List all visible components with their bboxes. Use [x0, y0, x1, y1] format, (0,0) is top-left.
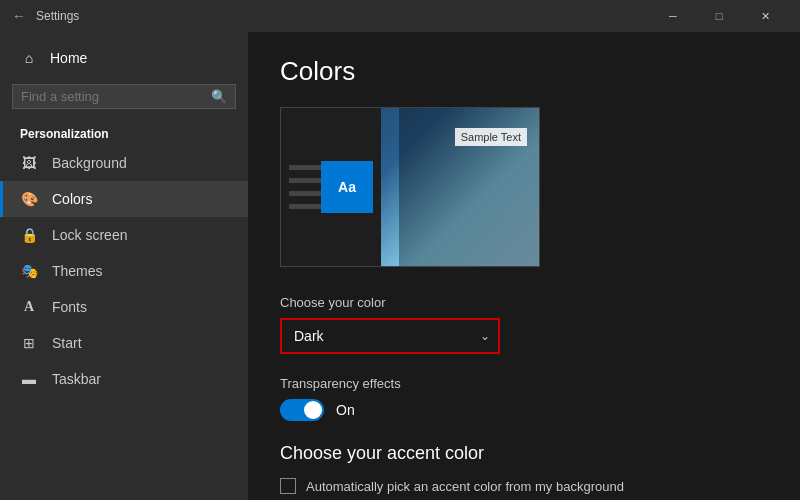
sidebar-item-themes-label: Themes — [52, 263, 103, 279]
colors-icon: 🎨 — [20, 191, 38, 207]
sidebar-item-lock-screen[interactable]: 🔒 Lock screen — [0, 217, 248, 253]
page-title: Colors — [280, 56, 768, 87]
sidebar: ⌂ Home 🔍 Personalization 🖼 Background 🎨 … — [0, 32, 248, 500]
sidebar-item-background-label: Background — [52, 155, 127, 171]
sidebar-item-colors[interactable]: 🎨 Colors — [0, 181, 248, 217]
minimize-button[interactable]: ─ — [650, 0, 696, 32]
sidebar-item-lock-label: Lock screen — [52, 227, 127, 243]
sidebar-item-start[interactable]: ⊞ Start — [0, 325, 248, 361]
fonts-icon: A — [20, 299, 38, 315]
sidebar-item-taskbar[interactable]: ▬ Taskbar — [0, 361, 248, 397]
search-icon: 🔍 — [211, 89, 227, 104]
background-icon: 🖼 — [20, 155, 38, 171]
sidebar-item-background[interactable]: 🖼 Background — [0, 145, 248, 181]
sidebar-item-home[interactable]: ⌂ Home — [0, 40, 248, 76]
search-box: 🔍 — [12, 84, 236, 109]
choose-color-label: Choose your color — [280, 295, 768, 310]
title-bar: ← Settings ─ □ ✕ — [0, 0, 800, 32]
maximize-button[interactable]: □ — [696, 0, 742, 32]
title-bar-left: ← Settings — [12, 8, 650, 24]
sidebar-item-colors-label: Colors — [52, 191, 92, 207]
taskbar-icon: ▬ — [20, 371, 38, 387]
toggle-knob — [304, 401, 322, 419]
color-dropdown[interactable]: Light Dark Custom — [280, 318, 500, 354]
sidebar-section-title: Personalization — [0, 117, 248, 145]
sidebar-home-label: Home — [50, 50, 87, 66]
preview-box: Aa Sample Text — [280, 107, 540, 267]
main-content: Colors Aa Sample Text Choose your color … — [248, 32, 800, 500]
title-bar-title: Settings — [36, 9, 79, 23]
transparency-toggle[interactable] — [280, 399, 324, 421]
start-icon: ⊞ — [20, 335, 38, 351]
preview-blue-block: Aa — [321, 161, 373, 213]
preview-sample-text: Sample Text — [455, 128, 527, 146]
sidebar-item-start-label: Start — [52, 335, 82, 351]
close-button[interactable]: ✕ — [742, 0, 788, 32]
lock-icon: 🔒 — [20, 227, 38, 243]
auto-accent-checkbox[interactable] — [280, 478, 296, 494]
search-input[interactable] — [21, 89, 205, 104]
transparency-label: Transparency effects — [280, 376, 768, 391]
sidebar-item-taskbar-label: Taskbar — [52, 371, 101, 387]
auto-accent-row: Automatically pick an accent color from … — [280, 478, 768, 494]
sidebar-item-themes[interactable]: 🎭 Themes — [0, 253, 248, 289]
app-body: ⌂ Home 🔍 Personalization 🖼 Background 🎨 … — [0, 32, 800, 500]
title-bar-controls: ─ □ ✕ — [650, 0, 788, 32]
back-icon[interactable]: ← — [12, 8, 28, 24]
auto-accent-label: Automatically pick an accent color from … — [306, 479, 624, 494]
accent-color-title: Choose your accent color — [280, 443, 768, 464]
home-icon: ⌂ — [20, 50, 38, 66]
transparency-row: On — [280, 399, 768, 421]
color-dropdown-wrapper: Light Dark Custom ⌄ — [280, 318, 500, 354]
themes-icon: 🎭 — [20, 263, 38, 279]
sidebar-item-fonts[interactable]: A Fonts — [0, 289, 248, 325]
transparency-section: Transparency effects On — [280, 376, 768, 421]
sidebar-item-fonts-label: Fonts — [52, 299, 87, 315]
transparency-on-label: On — [336, 402, 355, 418]
